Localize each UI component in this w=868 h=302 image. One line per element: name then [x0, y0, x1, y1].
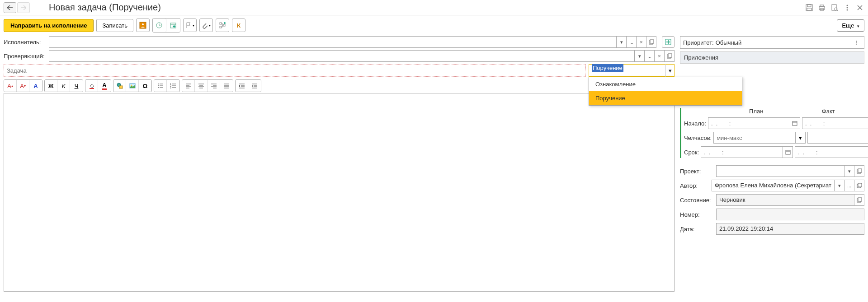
close-icon[interactable] — [855, 3, 864, 12]
save-disk-icon[interactable] — [805, 3, 814, 12]
flag-button[interactable]: ▾ — [183, 19, 197, 32]
type-option-assignment[interactable]: Поручение — [589, 91, 742, 105]
insert-link-button[interactable] — [113, 80, 126, 92]
insert-symbol-button[interactable]: Ω — [139, 80, 151, 92]
outdent-button[interactable] — [248, 80, 261, 92]
kebab-menu-icon[interactable] — [843, 3, 852, 12]
tree-button[interactable] — [216, 19, 229, 32]
submit-button[interactable]: Направить на исполнение — [4, 19, 94, 32]
address-book-button[interactable] — [136, 19, 150, 32]
align-justify-button[interactable] — [220, 80, 233, 92]
bullet-list-icon — [157, 83, 164, 89]
project-label: Проект: — [680, 168, 716, 175]
search-page-icon[interactable] — [830, 3, 839, 12]
author-row: Автор: Фролова Елена Михайловна (Секрета… — [680, 180, 864, 191]
deadline-plan-input[interactable] — [701, 146, 783, 158]
reviewer-dropdown-button[interactable]: ▾ — [635, 50, 645, 62]
more-button[interactable]: Еще ▾ — [837, 19, 864, 32]
svg-point-20 — [224, 22, 226, 24]
svg-rect-1 — [807, 5, 811, 7]
start-fact-input[interactable] — [802, 117, 868, 129]
reviewer-input[interactable] — [49, 50, 635, 62]
type-dropdown-button[interactable]: ▾ — [665, 64, 675, 77]
svg-rect-78 — [858, 183, 862, 187]
svg-rect-18 — [223, 24, 225, 26]
plus-icon — [665, 39, 671, 45]
type-option-acquaintance[interactable]: Ознакомление — [589, 77, 742, 91]
date-label: Дата: — [680, 226, 716, 232]
align-right-button[interactable] — [208, 80, 220, 92]
number-list-button[interactable]: 123 — [167, 80, 179, 92]
svg-rect-15 — [170, 23, 176, 28]
underline-button[interactable]: Ч — [70, 80, 83, 92]
arrow-left-icon — [7, 5, 13, 10]
clock-button[interactable] — [153, 19, 166, 32]
task-input[interactable] — [4, 64, 586, 77]
save-button[interactable]: Записать — [96, 19, 133, 32]
start-plan-input[interactable] — [708, 117, 790, 129]
highlight-button[interactable] — [85, 80, 98, 92]
hours-fact-input[interactable] — [807, 132, 868, 144]
project-open-button[interactable] — [854, 165, 864, 177]
svg-rect-4 — [820, 5, 824, 6]
start-plan-calendar-button[interactable] — [790, 117, 800, 129]
font-default-button[interactable]: A — [29, 80, 42, 92]
nav-forward-button[interactable] — [17, 2, 30, 13]
indent-icon — [239, 83, 245, 88]
attachments-header: Приложения — [680, 51, 864, 64]
type-select[interactable]: Поручение ▾ Ознакомление Поручение — [589, 64, 675, 77]
font-decrease-button[interactable]: A▾ — [17, 80, 29, 92]
text-color-button[interactable]: A — [98, 80, 111, 92]
author-open-button[interactable] — [854, 180, 864, 191]
svg-rect-26 — [90, 88, 94, 89]
k-button[interactable]: К — [232, 19, 245, 32]
author-select-button[interactable]: ... — [844, 180, 854, 191]
calendar-add-button[interactable] — [166, 19, 180, 32]
bullet-list-button[interactable] — [154, 80, 167, 92]
executor-input[interactable] — [49, 36, 617, 48]
reviewer-select-button[interactable]: ... — [645, 50, 655, 62]
hours-plan-dropdown-button[interactable]: ▾ — [796, 132, 806, 144]
hours-plan-input[interactable] — [713, 132, 796, 144]
insert-image-button[interactable] — [126, 80, 139, 92]
executor-open-button[interactable] — [646, 36, 656, 48]
nav-back-button[interactable] — [4, 2, 16, 13]
executor-row: Исполнитель: ▾ ... × — [4, 36, 675, 48]
main-toolbar: Направить на исполнение Записать ▾ ▾ К Е… — [0, 15, 868, 35]
date-input: 21.09.2022 19:20:14 — [716, 223, 864, 235]
task-row: Поручение ▾ Ознакомление Поручение — [4, 64, 675, 77]
reviewer-clear-button[interactable]: × — [655, 50, 665, 62]
executor-dropdown-button[interactable]: ▾ — [617, 36, 627, 48]
arrow-right-icon — [21, 5, 26, 10]
print-icon[interactable] — [817, 3, 826, 12]
executor-add-button[interactable] — [662, 36, 675, 48]
align-left-button[interactable] — [182, 80, 195, 92]
project-input[interactable] — [716, 165, 844, 177]
open-icon — [857, 168, 862, 174]
align-center-button[interactable] — [195, 80, 208, 92]
svg-rect-28 — [119, 86, 123, 88]
deadline-plan-calendar-button[interactable] — [783, 146, 793, 158]
author-dropdown-button[interactable]: ▾ — [835, 180, 844, 191]
date-row: Дата: 21.09.2022 19:20:14 — [680, 223, 864, 235]
state-input: Черновик — [716, 194, 854, 206]
priority-button[interactable]: ! — [851, 37, 861, 48]
project-dropdown-button[interactable]: ▾ — [844, 165, 854, 177]
executor-select-button[interactable]: ... — [627, 36, 637, 48]
type-input[interactable]: Поручение — [589, 64, 675, 77]
attach-button[interactable]: ▾ — [199, 19, 213, 32]
type-dropdown: Ознакомление Поручение — [589, 77, 742, 106]
svg-rect-76 — [858, 169, 862, 172]
editor-area[interactable] — [4, 93, 675, 292]
executor-clear-button[interactable]: × — [637, 36, 646, 48]
indent-button[interactable] — [236, 80, 248, 92]
italic-button[interactable]: К — [57, 80, 70, 92]
state-open-button[interactable] — [854, 194, 864, 206]
author-input[interactable]: Фролова Елена Михайловна (Секретариат — [712, 180, 835, 191]
deadline-fact-input[interactable] — [795, 146, 868, 158]
bold-button[interactable]: Ж — [45, 80, 57, 92]
font-increase-button[interactable]: A▴ — [4, 80, 17, 92]
reviewer-open-button[interactable] — [665, 50, 675, 62]
open-icon — [857, 197, 862, 203]
priority-value: Обычный — [716, 39, 741, 46]
